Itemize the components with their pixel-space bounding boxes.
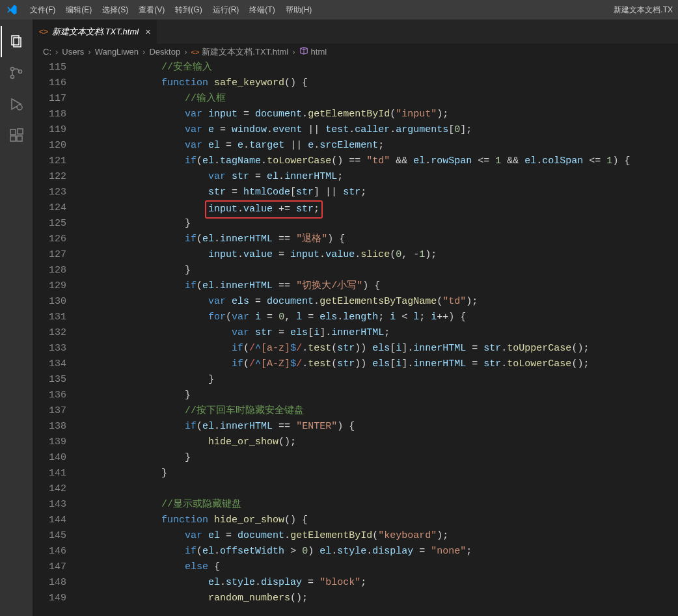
code-line[interactable]: if(el.tagName.toLowerCase() == "td" && e…	[91, 154, 678, 169]
line-number: 131	[33, 310, 66, 325]
code-line[interactable]: var el = e.target || e.srcElement;	[91, 138, 678, 154]
menu-terminal[interactable]: 终端(T)	[244, 5, 280, 16]
extensions-icon[interactable]	[1, 120, 32, 151]
code-line[interactable]: var str = el.innerHTML;	[91, 169, 678, 185]
chevron-right-icon: ›	[291, 47, 296, 57]
line-number: 133	[33, 341, 66, 356]
svg-rect-1	[14, 38, 21, 47]
source-control-icon[interactable]	[1, 57, 32, 88]
breadcrumb-file[interactable]: <> 新建文本文档.TXT.html	[191, 46, 288, 58]
line-number: 117	[33, 91, 66, 107]
line-number: 119	[33, 122, 66, 138]
fold-gutter	[78, 60, 91, 616]
menu-go[interactable]: 转到(G)	[170, 5, 207, 16]
activity-bar	[0, 20, 33, 616]
code-line[interactable]: random_numbers();	[91, 591, 678, 606]
svg-point-5	[17, 105, 22, 110]
line-number: 148	[33, 575, 66, 591]
line-number: 137	[33, 403, 66, 419]
tab-active[interactable]: <> 新建文本文档.TXT.html ×	[33, 20, 157, 44]
explorer-icon[interactable]	[1, 26, 32, 57]
code-line[interactable]: var e = window.event || test.caller.argu…	[91, 122, 678, 138]
tab-bar: <> 新建文本文档.TXT.html ×	[33, 20, 678, 44]
code-line[interactable]: //安全输入	[91, 60, 678, 75]
code-line[interactable]: hide_or_show();	[91, 435, 678, 450]
code-line[interactable]: input.value += str;	[91, 200, 678, 216]
menu-edit[interactable]: 编辑(E)	[61, 5, 97, 16]
line-number: 141	[33, 466, 66, 481]
code-content[interactable]: //安全输入 function safe_keyword() { //输入框 v…	[91, 60, 678, 616]
chevron-right-icon: ›	[183, 47, 188, 57]
code-line[interactable]: else {	[91, 559, 678, 575]
breadcrumb-desktop[interactable]: Desktop	[149, 47, 180, 57]
code-line[interactable]: }	[91, 216, 678, 232]
symbol-icon	[299, 46, 308, 57]
code-line[interactable]: if(/^[A-Z]$/.test(str)) els[i].innerHTML…	[91, 356, 678, 372]
code-editor[interactable]: 1151161171181191201211221231241251261271…	[33, 60, 678, 616]
line-number: 145	[33, 528, 66, 544]
line-number: 135	[33, 372, 66, 388]
line-number: 149	[33, 591, 66, 606]
code-line[interactable]: if(el.offsetWidth > 0) el.style.display …	[91, 544, 678, 559]
line-number: 121	[33, 154, 66, 169]
line-number: 120	[33, 138, 66, 154]
breadcrumbs[interactable]: C: › Users › WangLiwen › Desktop › <> 新建…	[33, 44, 678, 60]
breadcrumb-users[interactable]: Users	[62, 47, 84, 57]
code-line[interactable]: }	[91, 388, 678, 403]
code-line[interactable]: }	[91, 372, 678, 388]
svg-rect-7	[10, 136, 16, 141]
titlebar: 文件(F) 编辑(E) 选择(S) 查看(V) 转到(G) 运行(R) 终端(T…	[0, 0, 678, 20]
html-file-icon: <>	[191, 48, 199, 56]
code-line[interactable]: function safe_keyword() {	[91, 75, 678, 91]
code-line[interactable]: //按下回车时隐藏安全键盘	[91, 403, 678, 419]
line-number: 125	[33, 216, 66, 232]
code-line[interactable]	[91, 481, 678, 497]
code-line[interactable]: function hide_or_show() {	[91, 513, 678, 528]
line-number: 147	[33, 559, 66, 575]
code-line[interactable]: }	[91, 450, 678, 466]
close-icon[interactable]: ×	[145, 27, 150, 37]
svg-point-2	[11, 68, 14, 71]
run-debug-icon[interactable]	[1, 88, 32, 120]
line-number: 127	[33, 247, 66, 263]
menu-view[interactable]: 查看(V)	[133, 5, 170, 16]
code-line[interactable]: var input = document.getElementById("inp…	[91, 107, 678, 122]
line-number: 144	[33, 513, 66, 528]
code-line[interactable]: //显示或隐藏键盘	[91, 497, 678, 513]
menu-help[interactable]: 帮助(H)	[280, 5, 318, 16]
breadcrumb-symbol[interactable]: html	[299, 46, 327, 57]
window-title: 新建文本文档.TX	[614, 5, 678, 16]
code-line[interactable]: }	[91, 263, 678, 278]
line-number: 139	[33, 435, 66, 450]
code-line[interactable]: }	[91, 466, 678, 481]
line-number: 140	[33, 450, 66, 466]
code-line[interactable]: if(el.innerHTML == "ENTER") {	[91, 419, 678, 435]
code-line[interactable]: if(el.innerHTML == "切换大/小写") {	[91, 278, 678, 294]
code-line[interactable]: //输入框	[91, 91, 678, 107]
line-number: 122	[33, 169, 66, 185]
code-line[interactable]: for(var i = 0, l = els.length; i < l; i+…	[91, 310, 678, 325]
breadcrumb-wangliwen[interactable]: WangLiwen	[95, 47, 139, 57]
code-line[interactable]: if(el.innerHTML == "退格") {	[91, 232, 678, 247]
line-number-gutter: 1151161171181191201211221231241251261271…	[33, 60, 78, 616]
line-number: 123	[33, 185, 66, 200]
breadcrumb-c[interactable]: C:	[43, 47, 51, 57]
code-line[interactable]: var els = document.getElementsByTagName(…	[91, 294, 678, 310]
code-line[interactable]: str = htmlCode[str] || str;	[91, 185, 678, 200]
code-line[interactable]: var str = els[i].innerHTML;	[91, 325, 678, 341]
menu-file[interactable]: 文件(F)	[25, 5, 61, 16]
line-number: 124	[33, 200, 66, 216]
line-number: 116	[33, 75, 66, 91]
line-number: 129	[33, 278, 66, 294]
menu-run[interactable]: 运行(R)	[208, 5, 245, 16]
line-number: 146	[33, 544, 66, 559]
menu-selection[interactable]: 选择(S)	[97, 5, 133, 16]
code-line[interactable]: el.style.display = "block";	[91, 575, 678, 591]
code-line[interactable]: input.value = input.value.slice(0, -1);	[91, 247, 678, 263]
code-line[interactable]: if(/^[a-z]$/.test(str)) els[i].innerHTML…	[91, 341, 678, 356]
tab-filename: 新建文本文档.TXT.html	[52, 26, 139, 38]
svg-rect-6	[10, 129, 16, 135]
code-line[interactable]: var el = document.getElementById("keyboa…	[91, 528, 678, 544]
vscode-logo-icon	[5, 3, 18, 16]
line-number: 126	[33, 232, 66, 247]
